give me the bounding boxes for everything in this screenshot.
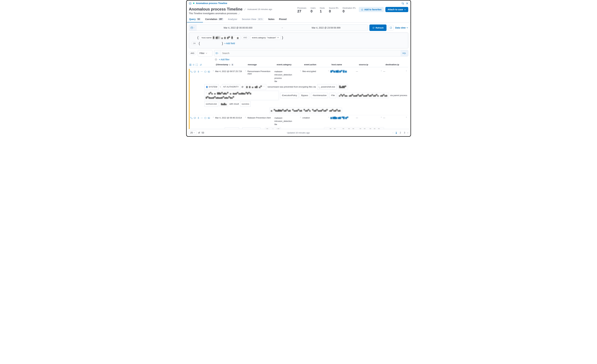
drag-handle-icon[interactable]: ⠿ xyxy=(381,70,382,72)
chip-user[interactable]: 👤SYSTEM xyxy=(204,84,219,90)
or-operator[interactable]: OR xyxy=(191,42,198,45)
drag-handle-icon[interactable]: ⠿ xyxy=(328,117,330,118)
analyzer-icon[interactable] xyxy=(204,117,206,119)
new-timeline-icon[interactable] xyxy=(189,2,191,5)
chip-process[interactable]: ›_powershell.exe xyxy=(317,84,337,90)
drag-handle-icon[interactable]: ⠿ xyxy=(245,117,246,118)
search-box[interactable]: KQL xyxy=(214,50,408,56)
chip-flag[interactable]: -File xyxy=(329,93,336,98)
column-header-category[interactable]: event.category xyxy=(276,63,303,66)
chip-parent-process[interactable]: svchost.exe xyxy=(204,101,218,107)
expand-icon[interactable] xyxy=(190,70,192,73)
cell-destip: — xyxy=(383,117,405,119)
filter-settings-icon[interactable] xyxy=(215,58,217,61)
chip-user[interactable]: 👤SYSTEM xyxy=(225,127,239,129)
sort-icon[interactable] xyxy=(200,63,202,66)
close-icon[interactable] xyxy=(406,2,408,5)
expand-icon[interactable] xyxy=(190,117,192,119)
search-input[interactable] xyxy=(221,52,401,55)
timeline-name-link[interactable]: Anomalous process Timeline xyxy=(196,2,227,5)
date-from[interactable]: Mar 4, 2022 @ 00:00:00.000 xyxy=(196,26,280,29)
chip-hash[interactable]: ▄ ▀▅▄▇▆▅▀▄▅▀▄▅ ▀▄▄▅▀▄▅ ▀▄▅▀▄ ▀▄▅▀▄▄▅▀▄▅▀… xyxy=(269,108,342,113)
stat-value-source-ips: 0 xyxy=(329,9,338,13)
drag-handle-icon[interactable]: ⠿ xyxy=(381,117,382,118)
data-view-selector[interactable]: Data view xyxy=(395,26,408,29)
tab-session-view[interactable]: Session ViewBETA xyxy=(240,16,266,22)
attach-to-case-button[interactable]: Attach to case xyxy=(385,7,408,12)
drag-handle-icon[interactable]: ⠿ xyxy=(300,117,301,118)
chip-ppid[interactable]: ▆▄▇▄ xyxy=(220,101,228,107)
chip-flag[interactable]: Bypass xyxy=(300,93,310,98)
add-to-favorites-button[interactable]: Add to favorites xyxy=(359,7,384,12)
chip-host[interactable]: ▆ ▆ ▄ ▅▇ ▄▀ ' xyxy=(245,84,266,90)
add-field-button[interactable]: + Add field xyxy=(224,42,235,45)
page-size-selector[interactable]: 25 xyxy=(189,130,197,135)
tab-correlation[interactable]: Correlation297 xyxy=(203,16,226,22)
edit-description-icon[interactable] xyxy=(238,12,240,15)
chip-args[interactable]: ' ▅▀▄ ▄ ▇▇▅▀▄▆▄▀ ▄ ▅▄▅▀▄▄▆▅▄▀▆▀▅ ▆▀▅▄▄▅▀… xyxy=(204,91,279,100)
save-query-button[interactable] xyxy=(388,25,393,31)
more-actions-icon[interactable]: ▫▫▫ xyxy=(201,71,203,72)
drag-handle-icon[interactable]: ⠿ xyxy=(213,70,214,72)
analyzer-icon[interactable] xyxy=(204,70,206,73)
tab-pinned[interactable]: Pinned xyxy=(277,16,289,22)
refresh-button[interactable]: Refresh xyxy=(369,24,386,31)
settings-gear-icon[interactable] xyxy=(192,63,195,66)
next-page-button[interactable]: › xyxy=(408,131,408,134)
column-header-hostname[interactable]: host.name xyxy=(331,63,357,66)
chip-host[interactable]: ▀▆ ▄▇ ▅▇▀ xyxy=(265,127,281,129)
date-to[interactable]: Mar 4, 2022 @ 23:59:59.999 xyxy=(284,26,368,29)
chip-domain[interactable]: NT AUTHORITY xyxy=(242,127,260,129)
pin-icon[interactable] xyxy=(197,70,200,73)
column-header-sourceip[interactable]: source.ip xyxy=(358,63,384,66)
chip-file[interactable]: ▄▀▅▀▄▄ ▄▅▀▄▄▅▀▄▅▀▄▄▅▀▄▅▀▄▅▀▄ ▄▅▀▄▅ xyxy=(338,93,389,98)
chip-file[interactable]: '▄▅▀▄▅▀▄▄ ▄▅▀▄▄▅▀▄▅▀▄ ▄▅▀▄▅▀▄▄▅▀▄▅▀▄ ▀▄▄ xyxy=(324,127,384,129)
chip-flag[interactable]: -ExecutionPolicy xyxy=(280,93,298,98)
query-dropzone[interactable]: ( host.name: █ ▇▌▍▏▄ ▆ ▆▀ █ ' ▅ AND even… xyxy=(189,32,408,48)
column-header-timestamp[interactable]: @timestamp 1 xyxy=(215,63,246,66)
column-header-action[interactable]: event.action xyxy=(304,63,330,66)
page-number[interactable]: 2 xyxy=(399,131,402,134)
notes-icon[interactable] xyxy=(194,70,196,73)
inspect-icon[interactable] xyxy=(401,2,404,5)
pin-icon[interactable] xyxy=(197,117,200,119)
session-icon[interactable] xyxy=(208,70,210,73)
kql-badge[interactable]: KQL xyxy=(401,50,408,56)
column-header-message[interactable]: message xyxy=(247,63,275,66)
drag-handle-icon[interactable]: ⠿ xyxy=(406,70,407,72)
prev-page-button[interactable]: ‹ xyxy=(393,131,393,134)
notes-icon[interactable] xyxy=(194,117,196,119)
page-number[interactable]: 3 xyxy=(403,131,406,134)
chip-flag[interactable]: -NonInteractive xyxy=(311,93,328,98)
calendar-icon[interactable] xyxy=(189,25,196,31)
drag-handle-icon[interactable]: ⠿ xyxy=(328,70,330,72)
chip-pid[interactable]: █▄▇▇▀ xyxy=(338,84,348,90)
chip-domain[interactable]: NT AUTHORITY xyxy=(222,84,240,90)
tab-query[interactable]: Query53 xyxy=(187,16,203,22)
query-language-toggle[interactable] xyxy=(214,50,221,56)
chip-result[interactable]: success xyxy=(240,101,251,107)
remove-filter-icon[interactable]: ✕ xyxy=(277,36,279,39)
session-icon[interactable] xyxy=(208,117,210,119)
drag-handle-icon[interactable]: ⠿ xyxy=(213,117,214,118)
tab-analyzer[interactable]: Analyzer xyxy=(226,16,240,22)
and-operator[interactable]: AND xyxy=(242,36,249,39)
drag-handle-icon[interactable]: ⠿ xyxy=(245,70,246,72)
tab-notes[interactable]: Notes xyxy=(266,16,277,22)
drag-handle-icon[interactable]: ⠿ xyxy=(300,70,301,72)
filter-pill-category[interactable]: event.category: "malware" ✕ xyxy=(250,35,281,40)
date-range-picker[interactable]: Mar 4, 2022 @ 00:00:00.000 → Mar 4, 2022… xyxy=(189,24,368,31)
cell-hostname[interactable]: ▆ ▇█▆ ▆▇ ▀█ ▆▀ xyxy=(330,117,355,119)
column-header-destip[interactable]: destination.ip xyxy=(385,63,408,66)
fullscreen-icon[interactable] xyxy=(196,63,198,66)
filter-pill-hostname[interactable]: host.name: █ ▇▌▍▏▄ ▆ ▆▀ █ ' ▅ xyxy=(200,35,240,40)
filter-dropdown[interactable]: Filter xyxy=(198,50,212,56)
cell-hostname[interactable]: ▇▀▆ ▇█ ▆▀ █ ▆ xyxy=(330,70,355,72)
table-row: ▫▫▫ ⠿ Mar 4, 2022 @ 09:46:33.614 ⠿ Malwa… xyxy=(189,115,408,129)
page-number[interactable]: 1 xyxy=(395,131,397,134)
drag-handle-icon[interactable]: ⠿ xyxy=(406,117,407,118)
more-actions-icon[interactable]: ▫▫▫ xyxy=(201,117,203,119)
fields-browser-icon[interactable] xyxy=(189,63,191,66)
edit-title-icon[interactable] xyxy=(244,8,246,10)
add-filter-button[interactable]: + Add filter xyxy=(219,58,230,61)
